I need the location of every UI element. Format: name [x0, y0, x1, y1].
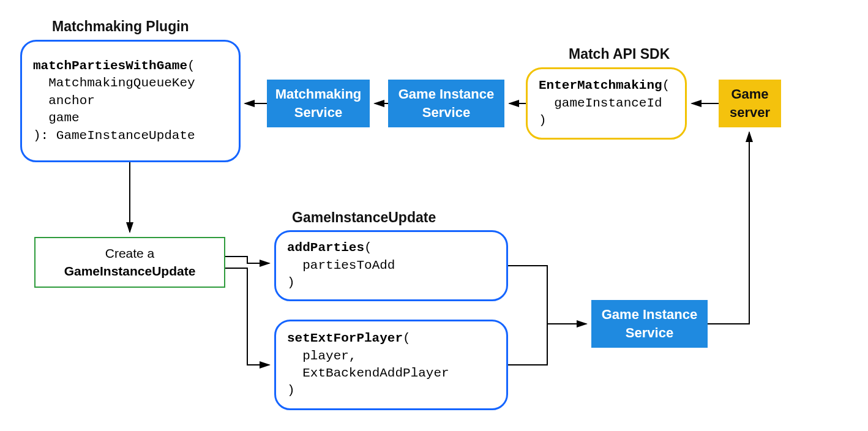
- code-text: EnterMatchmaking( gameInstanceId ): [539, 77, 674, 129]
- set-ext-node: setExtForPlayer( player, ExtBackendAddPl…: [274, 320, 508, 410]
- arrow-create-to-setext: [225, 268, 269, 365]
- game-server-node: Game server: [719, 80, 781, 127]
- match-api-sdk-label: Match API SDK: [569, 46, 670, 62]
- game-instance-service-bottom-node: Game Instance Service: [591, 300, 708, 348]
- create-giu-node: Create a GameInstanceUpdate: [34, 237, 225, 288]
- code-text: matchPartiesWithGame( MatchmakingQueueKe…: [33, 58, 228, 144]
- game-instance-update-label: GameInstanceUpdate: [292, 209, 436, 226]
- node-text: Matchmaking Service: [267, 85, 370, 121]
- matchmaking-service-node: Matchmaking Service: [267, 80, 370, 127]
- matchmaking-plugin-label: Matchmaking Plugin: [52, 18, 189, 35]
- add-parties-node: addParties( partiesToAdd ): [274, 230, 508, 301]
- arrow-gis-to-gameserver: [708, 132, 749, 324]
- arrow-create-to-addparties: [225, 257, 269, 263]
- arrow-addparties-to-gis: [508, 266, 586, 324]
- create-giu-line2: GameInstanceUpdate: [36, 263, 224, 280]
- code-text: setExtForPlayer( player, ExtBackendAddPl…: [287, 330, 495, 399]
- node-text: Game Instance Service: [591, 305, 708, 342]
- arrow-setext-to-gis: [508, 324, 547, 365]
- enter-matchmaking-node: EnterMatchmaking( gameInstanceId ): [526, 67, 687, 140]
- node-text: Game Instance Service: [388, 85, 504, 121]
- match-parties-node: matchPartiesWithGame( MatchmakingQueueKe…: [20, 40, 241, 162]
- code-text: addParties( partiesToAdd ): [287, 239, 495, 291]
- create-giu-line1: Create a: [36, 245, 224, 262]
- game-instance-service-top-node: Game Instance Service: [388, 80, 504, 127]
- node-text: Game server: [719, 85, 781, 121]
